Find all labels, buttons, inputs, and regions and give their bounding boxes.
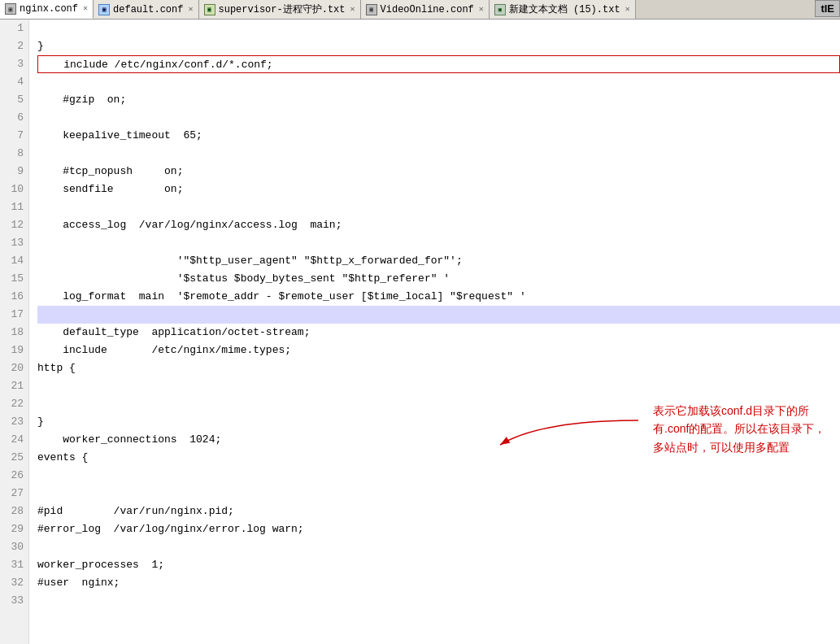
tab-video[interactable]: ▣ VideoOnline.conf ✕: [361, 0, 490, 19]
code-line-3[interactable]: worker_processes 1;: [37, 556, 840, 574]
tab-default-close[interactable]: ✕: [188, 6, 193, 14]
tab-default[interactable]: ▣ default.conf ✕: [94, 0, 198, 19]
tab-video-close[interactable]: ✕: [479, 6, 484, 14]
code-line-7[interactable]: [37, 485, 840, 503]
line-number-20: 20: [5, 359, 24, 377]
editor-content: 1234567891011121314151617181920212223242…: [0, 20, 840, 644]
code-line-15[interactable]: include /etc/nginx/mime.types;: [37, 342, 840, 359]
tab-bar: ▣ nginx.conf ✕ ▣ default.conf ✕ ▣ superv…: [0, 0, 840, 20]
tab-default-label: default.conf: [113, 4, 183, 15]
line-number-29: 29: [5, 520, 24, 538]
tab-nginx-icon: ▣: [5, 3, 16, 15]
line-number-31: 31: [5, 556, 24, 574]
code-line-31[interactable]: include /etc/nginx/conf.d/*.conf;: [37, 55, 840, 73]
tab-nginx-close[interactable]: ✕: [83, 5, 88, 13]
line-number-11: 11: [5, 198, 24, 216]
line-number-25: 25: [5, 449, 24, 467]
code-line-28[interactable]: [37, 109, 840, 127]
tab-nginx-label: nginx.conf: [20, 3, 78, 15]
code-line-19[interactable]: '$status $body_bytes_sent "$http_referer…: [37, 270, 840, 288]
line-number-12: 12: [5, 216, 24, 234]
line-number-24: 24: [5, 431, 24, 449]
line-number-26: 26: [5, 467, 24, 485]
line-number-3: 3: [5, 55, 24, 73]
line-number-4: 4: [5, 73, 24, 91]
line-number-14: 14: [5, 252, 24, 270]
line-number-1: 1: [5, 20, 24, 37]
code-line-1[interactable]: [37, 592, 840, 610]
code-line-18[interactable]: log_format main '$remote_addr - $remote_…: [37, 288, 840, 306]
code-line-4[interactable]: [37, 538, 840, 556]
line-number-2: 2: [5, 37, 24, 55]
tie-badge: tIE: [815, 0, 840, 17]
tab-new-label: 新建文本文档 (15).txt: [509, 2, 620, 16]
tab-new-close[interactable]: ✕: [625, 6, 630, 14]
code-line-17[interactable]: [37, 306, 840, 324]
line-number-17: 17: [5, 306, 24, 324]
line-number-8: 8: [5, 145, 24, 163]
annotation-text: 表示它加载该conf.d目录下的所有.conf的配置。所以在该目录下，多站点时，…: [653, 402, 832, 456]
tab-new-icon: ▣: [494, 4, 506, 15]
code-line-30[interactable]: [37, 73, 840, 91]
code-line-14[interactable]: http {: [37, 359, 840, 377]
code-line-33[interactable]: [37, 20, 840, 37]
line-number-19: 19: [5, 342, 24, 359]
line-number-18: 18: [5, 324, 24, 342]
tab-supervisor-icon: ▣: [204, 4, 215, 15]
line-number-15: 15: [5, 270, 24, 288]
code-line-23[interactable]: [37, 198, 840, 216]
code-line-6[interactable]: #pid /var/run/nginx.pid;: [37, 503, 840, 520]
tab-supervisor-label: supervisor-进程守护.txt: [219, 2, 346, 16]
code-area[interactable]: } include /etc/nginx/conf.d/*.conf; #gzi…: [29, 20, 840, 644]
line-number-23: 23: [5, 413, 24, 431]
code-line-26[interactable]: [37, 145, 840, 163]
line-number-16: 16: [5, 288, 24, 306]
tab-nginx[interactable]: ▣ nginx.conf ✕: [0, 0, 94, 19]
code-line-8[interactable]: [37, 467, 840, 485]
line-number-21: 21: [5, 377, 24, 395]
line-number-27: 27: [5, 485, 24, 503]
code-line-29[interactable]: #gzip on;: [37, 91, 840, 109]
editor[interactable]: 1234567891011121314151617181920212223242…: [0, 20, 840, 644]
tab-new[interactable]: ▣ 新建文本文档 (15).txt ✕: [490, 0, 636, 19]
code-line-13[interactable]: [37, 377, 840, 395]
line-number-32: 32: [5, 574, 24, 592]
line-number-5: 5: [5, 91, 24, 109]
line-number-6: 6: [5, 109, 24, 127]
code-line-24[interactable]: sendfile on;: [37, 181, 840, 198]
code-line-5[interactable]: #error_log /var/log/nginx/error.log warn…: [37, 520, 840, 538]
code-line-22[interactable]: access_log /var/log/nginx/access.log mai…: [37, 216, 840, 234]
code-line-2[interactable]: #user nginx;: [37, 574, 840, 592]
tab-supervisor-close[interactable]: ✕: [350, 6, 355, 14]
line-number-33: 33: [5, 592, 24, 610]
code-line-20[interactable]: '"$http_user_agent" "$http_x_forwarded_f…: [37, 252, 840, 270]
tab-video-label: VideoOnline.conf: [381, 4, 474, 15]
tab-supervisor[interactable]: ▣ supervisor-进程守护.txt ✕: [199, 0, 361, 19]
tab-video-icon: ▣: [366, 4, 377, 15]
line-number-30: 30: [5, 538, 24, 556]
tab-default-icon: ▣: [98, 4, 110, 15]
line-number-7: 7: [5, 127, 24, 145]
line-number-13: 13: [5, 234, 24, 252]
code-line-32[interactable]: }: [37, 37, 840, 55]
code-line-16[interactable]: default_type application/octet-stream;: [37, 324, 840, 342]
line-number-28: 28: [5, 503, 24, 520]
code-line-21[interactable]: [37, 234, 840, 252]
code-line-27[interactable]: keepalive_timeout 65;: [37, 127, 840, 145]
code-line-25[interactable]: #tcp_nopush on;: [37, 163, 840, 181]
line-number-22: 22: [5, 395, 24, 413]
line-number-10: 10: [5, 181, 24, 198]
line-number-9: 9: [5, 163, 24, 181]
line-numbers: 1234567891011121314151617181920212223242…: [0, 20, 29, 644]
